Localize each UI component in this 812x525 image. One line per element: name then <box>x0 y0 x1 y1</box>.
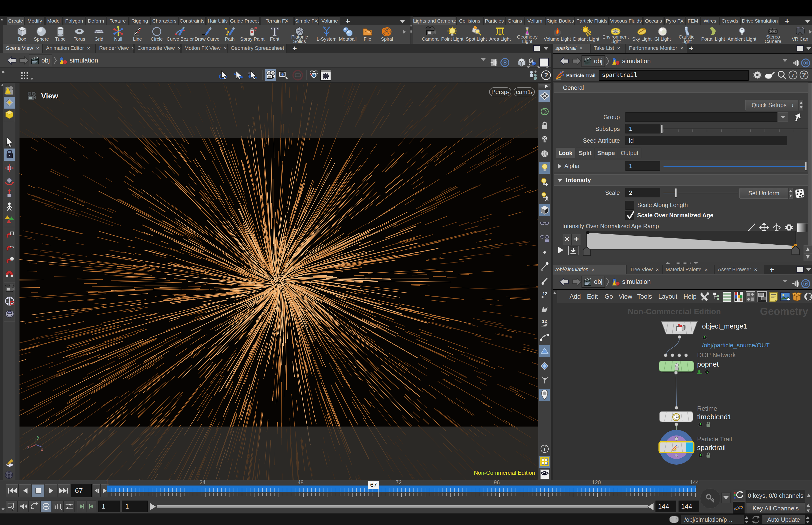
svg-text:?: ? <box>802 71 806 78</box>
svg-text:y: y <box>37 434 40 440</box>
svg-text:i: i <box>792 72 794 78</box>
svg-text:x: x <box>41 447 43 452</box>
svg-text:12: 12 <box>542 291 548 296</box>
svg-text:i: i <box>544 445 546 452</box>
svg-text:?: ? <box>544 72 548 79</box>
svg-text:12: 12 <box>542 319 547 324</box>
svg-text:z: z <box>27 445 30 450</box>
